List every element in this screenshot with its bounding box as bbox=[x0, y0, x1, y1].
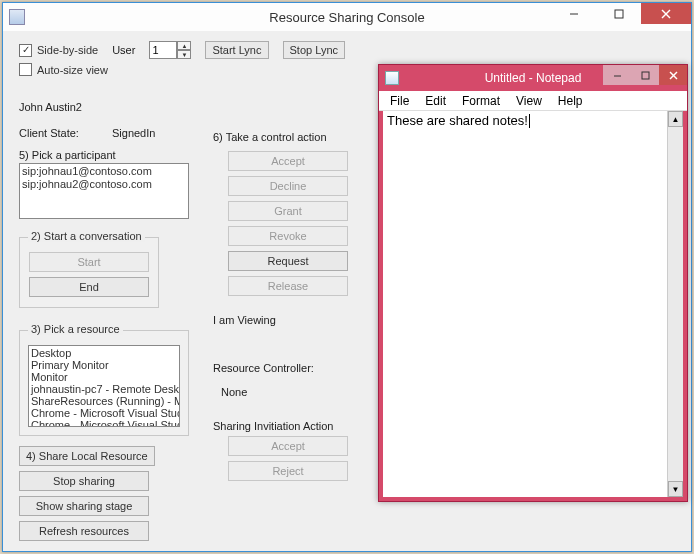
window-chrome-buttons bbox=[551, 3, 691, 24]
decline-button[interactable]: Decline bbox=[228, 176, 348, 196]
main-titlebar[interactable]: Resource Sharing Console bbox=[3, 3, 691, 31]
accept-button[interactable]: Accept bbox=[228, 151, 348, 171]
grant-button[interactable]: Grant bbox=[228, 201, 348, 221]
client-state-value: SignedIn bbox=[112, 127, 155, 139]
end-button[interactable]: End bbox=[29, 277, 149, 297]
list-item[interactable]: Desktop bbox=[31, 347, 180, 359]
invitation-accept-button[interactable]: Accept bbox=[228, 436, 348, 456]
menu-format[interactable]: Format bbox=[455, 93, 507, 109]
user-number-input[interactable]: ▲ ▼ bbox=[149, 41, 191, 59]
menu-edit[interactable]: Edit bbox=[418, 93, 453, 109]
show-stage-button[interactable]: Show sharing stage bbox=[19, 496, 149, 516]
list-item[interactable]: sip:johnau2@contoso.com bbox=[22, 178, 186, 191]
svg-rect-1 bbox=[615, 10, 623, 18]
notepad-menubar: File Edit Format View Help bbox=[379, 91, 687, 111]
i-am-viewing-label: I am Viewing bbox=[213, 314, 363, 326]
auto-size-checkbox[interactable]: Auto-size view bbox=[19, 63, 108, 76]
notepad-content: These are shared notes! bbox=[387, 113, 528, 128]
left-column: John Austin2 Client State: SignedIn 5) P… bbox=[19, 101, 199, 541]
scroll-track[interactable] bbox=[668, 127, 683, 481]
side-by-side-label: Side-by-side bbox=[37, 44, 98, 56]
notepad-maximize-button[interactable] bbox=[631, 65, 659, 85]
group-3-title: 3) Pick a resource bbox=[28, 323, 123, 335]
stop-sharing-button[interactable]: Stop sharing bbox=[19, 471, 149, 491]
request-button[interactable]: Request bbox=[228, 251, 348, 271]
sharing-invitation-label: Sharing Invitiation Action bbox=[213, 420, 363, 432]
side-by-side-checkbox[interactable]: ✓ Side-by-side bbox=[19, 44, 98, 57]
list-item[interactable]: johnaustin-pc7 - Remote Desktop bbox=[31, 383, 180, 395]
menu-file[interactable]: File bbox=[383, 93, 416, 109]
checkbox-empty-icon bbox=[19, 63, 32, 76]
start-conversation-group: 2) Start a conversation Start End bbox=[19, 237, 159, 308]
middle-column: 6) Take a control action Accept Decline … bbox=[213, 131, 363, 481]
list-item[interactable]: Monitor bbox=[31, 371, 180, 383]
list-item[interactable]: Chrome - Microsoft Visual Studio bbox=[31, 419, 180, 427]
list-item[interactable]: Primary Monitor bbox=[31, 359, 180, 371]
spin-up-icon[interactable]: ▲ bbox=[177, 41, 191, 50]
list-item[interactable]: Chrome - Microsoft Visual Studio bbox=[31, 407, 180, 419]
menu-view[interactable]: View bbox=[509, 93, 549, 109]
invitation-reject-button[interactable]: Reject bbox=[228, 461, 348, 481]
share-local-button[interactable]: 4) Share Local Resource bbox=[19, 446, 155, 466]
checkmark-icon: ✓ bbox=[19, 44, 32, 57]
user-name: John Austin2 bbox=[19, 101, 199, 113]
user-label: User bbox=[112, 44, 135, 56]
scroll-up-icon[interactable]: ▲ bbox=[668, 111, 683, 127]
group-2-title: 2) Start a conversation bbox=[28, 230, 145, 242]
svg-rect-5 bbox=[642, 72, 649, 79]
notepad-titlebar[interactable]: Untitled - Notepad bbox=[379, 65, 687, 91]
section-6-label: 6) Take a control action bbox=[213, 131, 363, 143]
topbar: ✓ Side-by-side User ▲ ▼ Start Lync Stop … bbox=[19, 41, 345, 59]
minimize-button[interactable] bbox=[551, 3, 596, 24]
spin-down-icon[interactable]: ▼ bbox=[177, 50, 191, 59]
list-item[interactable]: ShareResources (Running) - Micr bbox=[31, 395, 180, 407]
start-lync-button[interactable]: Start Lync bbox=[205, 41, 268, 59]
start-button[interactable]: Start bbox=[29, 252, 149, 272]
client-state-label: Client State: bbox=[19, 127, 79, 139]
menu-help[interactable]: Help bbox=[551, 93, 590, 109]
notepad-minimize-button[interactable] bbox=[603, 65, 631, 85]
app-icon bbox=[9, 9, 25, 25]
notepad-window: Untitled - Notepad File Edit Format View… bbox=[378, 64, 688, 502]
notepad-text-area[interactable]: These are shared notes! ▲ ▼ bbox=[379, 111, 687, 501]
refresh-resources-button[interactable]: Refresh resources bbox=[19, 521, 149, 541]
user-number-field[interactable] bbox=[149, 41, 177, 59]
notepad-close-button[interactable] bbox=[659, 65, 687, 85]
participant-list[interactable]: sip:johnau1@contoso.com sip:johnau2@cont… bbox=[19, 163, 189, 219]
maximize-button[interactable] bbox=[596, 3, 641, 24]
text-caret-icon bbox=[529, 114, 530, 128]
resource-list[interactable]: Desktop Primary Monitor Monitor johnaust… bbox=[28, 345, 180, 427]
stop-lync-button[interactable]: Stop Lync bbox=[283, 41, 346, 59]
revoke-button[interactable]: Revoke bbox=[228, 226, 348, 246]
auto-size-label: Auto-size view bbox=[37, 64, 108, 76]
resource-controller-label: Resource Controller: bbox=[213, 362, 363, 374]
notepad-scrollbar[interactable]: ▲ ▼ bbox=[667, 111, 683, 497]
notepad-icon bbox=[385, 71, 399, 85]
pick-resource-group: 3) Pick a resource Desktop Primary Monit… bbox=[19, 330, 189, 436]
release-button[interactable]: Release bbox=[228, 276, 348, 296]
close-button[interactable] bbox=[641, 3, 691, 24]
section-5-label: 5) Pick a participant bbox=[19, 149, 199, 161]
scroll-down-icon[interactable]: ▼ bbox=[668, 481, 683, 497]
list-item[interactable]: sip:johnau1@contoso.com bbox=[22, 165, 186, 178]
resource-controller-value: None bbox=[221, 386, 363, 398]
